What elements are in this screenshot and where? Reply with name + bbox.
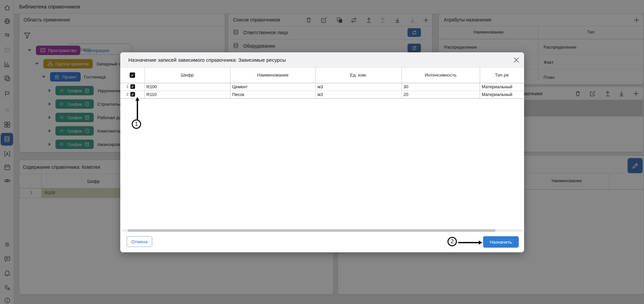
annotation-step-1: 1 bbox=[132, 119, 141, 129]
column-header[interactable]: Ед. изм. bbox=[315, 67, 401, 83]
column-header[interactable]: Тип ре bbox=[480, 67, 524, 83]
cell-resource-type: Материальный bbox=[482, 83, 512, 91]
cell-unit: м3 bbox=[317, 91, 323, 98]
annotation-arrowhead-up bbox=[135, 97, 139, 101]
cell-intensity: 20 bbox=[403, 91, 408, 98]
close-icon[interactable] bbox=[512, 56, 521, 64]
cell-name: Песок bbox=[232, 91, 244, 98]
assign-records-modal: Назначение записей зависимого справочник… bbox=[120, 52, 524, 252]
select-all-checkbox[interactable] bbox=[130, 72, 135, 78]
cell-name: Цемент bbox=[232, 83, 248, 91]
cell-code: R100 bbox=[146, 83, 157, 91]
cell-unit: м3 bbox=[317, 83, 323, 91]
modal-title: Назначение записей зависимого справочник… bbox=[128, 52, 286, 67]
scrollbar-thumb[interactable] bbox=[128, 229, 496, 232]
row-checkbox[interactable] bbox=[130, 84, 135, 89]
cell-resource-type: Материальный bbox=[482, 91, 512, 98]
annotation-arrow-line bbox=[458, 242, 479, 243]
assign-button[interactable]: Назначить bbox=[483, 236, 519, 248]
cancel-button[interactable]: Отмена bbox=[127, 236, 152, 247]
column-header[interactable]: Наименование bbox=[230, 67, 315, 83]
column-header[interactable]: Шифр bbox=[144, 67, 230, 83]
cell-intensity: 30 bbox=[403, 83, 408, 91]
cell-code: R110 bbox=[146, 91, 157, 98]
annotation-arrowhead-right bbox=[479, 241, 482, 245]
annotation-step-2: 2 bbox=[447, 237, 457, 246]
row-checkbox[interactable] bbox=[130, 92, 135, 97]
column-header[interactable]: Интенсивность bbox=[401, 67, 480, 83]
annotation-arrow-line bbox=[137, 100, 138, 119]
